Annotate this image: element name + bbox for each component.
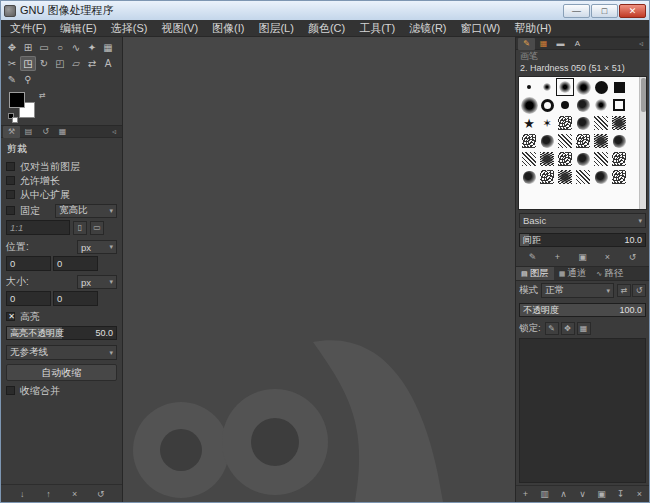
- perspective-tool[interactable]: ▱: [68, 56, 84, 71]
- delete-brush-button[interactable]: ×: [601, 250, 615, 264]
- portrait-orientation-button[interactable]: ▯: [73, 221, 87, 235]
- mode-default-button[interactable]: ↺: [632, 284, 646, 297]
- crop-tool[interactable]: ◳: [20, 56, 36, 71]
- allow-growing-checkbox[interactable]: [6, 176, 15, 185]
- menu-item-2[interactable]: 选择(S): [104, 20, 155, 37]
- brush-thumb[interactable]: [556, 132, 574, 150]
- layer-mode-combo[interactable]: 正常 ▾: [541, 283, 614, 298]
- brush-thumb[interactable]: [610, 150, 628, 168]
- brush-thumb[interactable]: [574, 96, 592, 114]
- scale-tool[interactable]: ◰: [52, 56, 68, 71]
- anchor-layer-button[interactable]: ↧: [614, 487, 628, 501]
- menu-item-0[interactable]: 文件(F): [3, 20, 53, 37]
- close-button[interactable]: ✕: [619, 4, 646, 18]
- layers-list[interactable]: [519, 338, 646, 483]
- pencil-tool[interactable]: ✎: [4, 72, 20, 87]
- select-by-color-tool[interactable]: ▦: [100, 40, 116, 55]
- brush-thumb[interactable]: [556, 168, 574, 186]
- brush-thumb[interactable]: [592, 168, 610, 186]
- aspect-ratio-input[interactable]: 1:1: [6, 220, 70, 235]
- menu-item-6[interactable]: 颜色(C): [301, 20, 352, 37]
- spacing-slider[interactable]: 间距 10.0: [519, 233, 646, 247]
- position-y-input[interactable]: 0: [53, 256, 98, 271]
- rectangle-select-tool[interactable]: ▭: [36, 40, 52, 55]
- brush-thumb[interactable]: [574, 150, 592, 168]
- brush-thumb[interactable]: [556, 114, 574, 132]
- brush-thumb[interactable]: [538, 96, 556, 114]
- scrollbar-thumb[interactable]: [641, 78, 646, 112]
- brush-thumb[interactable]: [538, 78, 556, 96]
- highlight-checkbox[interactable]: [6, 312, 15, 321]
- alignment-tool[interactable]: ⊞: [20, 40, 36, 55]
- brush-thumb[interactable]: [610, 114, 628, 132]
- reset-tool-options-button[interactable]: ↺: [94, 487, 108, 501]
- brush-thumb[interactable]: [592, 132, 610, 150]
- brush-thumb[interactable]: [592, 96, 610, 114]
- tab-layers[interactable]: ▤图层: [516, 267, 554, 280]
- minimize-button[interactable]: —: [563, 4, 590, 18]
- text-tool[interactable]: A: [100, 56, 116, 71]
- highlight-opacity-slider[interactable]: 高亮不透明度 50.0: [6, 326, 117, 340]
- error-console-tab[interactable]: ▦: [54, 126, 71, 138]
- menu-item-9[interactable]: 窗口(W): [454, 20, 508, 37]
- maximize-button[interactable]: □: [591, 4, 618, 18]
- brush-thumb[interactable]: [556, 150, 574, 168]
- landscape-orientation-button[interactable]: ▭: [90, 221, 104, 235]
- brush-thumb[interactable]: [574, 168, 592, 186]
- menu-item-4[interactable]: 图像(I): [205, 20, 251, 37]
- edit-brush-button[interactable]: ✎: [526, 250, 540, 264]
- tab-paths[interactable]: ∿路径: [591, 267, 628, 280]
- device-status-tab[interactable]: ▤: [20, 126, 37, 138]
- size-height-input[interactable]: 0: [53, 291, 98, 306]
- gradients-tab[interactable]: ▬: [552, 38, 569, 50]
- brush-thumb[interactable]: [520, 132, 538, 150]
- brush-thumb[interactable]: [610, 132, 628, 150]
- menu-item-7[interactable]: 工具(T): [352, 20, 402, 37]
- brush-thumb[interactable]: [574, 78, 592, 96]
- brush-thumb[interactable]: ✶: [538, 114, 556, 132]
- brush-thumb[interactable]: [520, 96, 538, 114]
- brush-scrollbar[interactable]: [639, 77, 646, 209]
- mode-group-toggle-button[interactable]: ⇄: [617, 284, 631, 297]
- brushes-tab[interactable]: ✎: [518, 38, 535, 50]
- new-brush-button[interactable]: +: [551, 250, 565, 264]
- brush-thumb[interactable]: [610, 78, 628, 96]
- layer-opacity-slider[interactable]: 不透明度 100.0: [519, 303, 646, 317]
- brush-thumb[interactable]: [556, 96, 574, 114]
- fixed-checkbox[interactable]: [6, 206, 15, 215]
- undo-history-tab[interactable]: ↺: [37, 126, 54, 138]
- brush-thumb[interactable]: [556, 78, 574, 96]
- swap-colors-icon[interactable]: ⇄: [39, 91, 46, 100]
- guides-combo[interactable]: 无参考线 ▾: [6, 345, 117, 360]
- brush-thumb[interactable]: [574, 132, 592, 150]
- new-layer-group-button[interactable]: ▥: [538, 487, 552, 501]
- tag-filter-combo[interactable]: Basic ▾: [519, 213, 646, 228]
- size-unit-combo[interactable]: px ▾: [77, 275, 117, 289]
- brush-thumb[interactable]: [610, 168, 628, 186]
- menu-item-5[interactable]: 图层(L): [251, 20, 300, 37]
- lock-alpha-button[interactable]: ▦: [577, 322, 591, 335]
- fonts-tab[interactable]: A: [569, 38, 586, 50]
- canvas[interactable]: [123, 37, 515, 502]
- delete-tool-options-button[interactable]: ×: [68, 487, 82, 501]
- menu-item-3[interactable]: 视图(V): [154, 20, 205, 37]
- refresh-brushes-button[interactable]: ↺: [626, 250, 640, 264]
- dock-menu-button[interactable]: ◃: [108, 127, 120, 136]
- duplicate-layer-button[interactable]: ▣: [595, 487, 609, 501]
- patterns-tab[interactable]: ▦: [535, 38, 552, 50]
- duplicate-brush-button[interactable]: ▣: [576, 250, 590, 264]
- zoom-tool[interactable]: ⚲: [20, 72, 36, 87]
- fuzzy-select-tool[interactable]: ✦: [84, 40, 100, 55]
- raise-layer-button[interactable]: ∧: [557, 487, 571, 501]
- position-x-input[interactable]: 0: [6, 256, 51, 271]
- dock-menu-button[interactable]: ◃: [635, 39, 647, 48]
- titlebar[interactable]: GNU 图像处理程序 — □ ✕: [1, 1, 649, 20]
- brush-thumb[interactable]: [610, 96, 628, 114]
- free-select-tool[interactable]: ∿: [68, 40, 84, 55]
- tool-options-tab[interactable]: ⚒: [3, 126, 20, 138]
- autoshrink-button[interactable]: 自动收缩: [6, 364, 117, 381]
- menu-item-8[interactable]: 滤镜(R): [402, 20, 453, 37]
- brush-thumb[interactable]: [538, 150, 556, 168]
- fixed-mode-combo[interactable]: 宽高比 ▾: [55, 204, 117, 218]
- brush-thumb[interactable]: [520, 78, 538, 96]
